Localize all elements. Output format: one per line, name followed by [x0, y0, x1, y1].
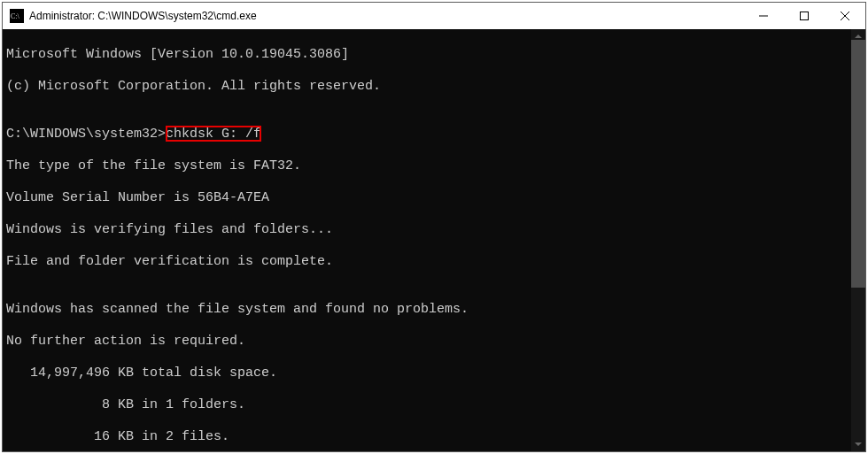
output-line: 8 KB in 1 folders. — [6, 397, 862, 413]
output-line: Microsoft Windows [Version 10.0.19045.30… — [6, 47, 862, 63]
terminal-output[interactable]: Microsoft Windows [Version 10.0.19045.30… — [3, 29, 865, 451]
cmd-window: C:\ Administrator: C:\WINDOWS\system32\c… — [2, 2, 866, 452]
output-line: 14,997,496 KB total disk space. — [6, 366, 862, 381]
output-line: Windows is verifying files and folders..… — [6, 222, 862, 238]
svg-text:C:\: C:\ — [11, 12, 20, 20]
svg-marker-7 — [855, 442, 862, 446]
output-line: (c) Microsoft Corporation. All rights re… — [6, 79, 862, 95]
svg-rect-3 — [801, 12, 809, 20]
output-line: File and folder verification is complete… — [6, 254, 862, 270]
window-title: Administrator: C:\WINDOWS\system32\cmd.e… — [29, 10, 743, 22]
close-button[interactable] — [825, 3, 865, 29]
titlebar[interactable]: C:\ Administrator: C:\WINDOWS\system32\c… — [3, 3, 865, 29]
vertical-scrollbar[interactable] — [851, 29, 865, 451]
output-line: The type of the file system is FAT32. — [6, 158, 862, 174]
prompt-line: C:\WINDOWS\system32>chkdsk G: /f — [6, 127, 862, 142]
minimize-button[interactable] — [743, 3, 784, 29]
output-line: Windows has scanned the file system and … — [6, 302, 862, 318]
scrollbar-thumb[interactable] — [851, 40, 865, 288]
cmd-icon: C:\ — [10, 9, 24, 23]
output-line: No further action is required. — [6, 334, 862, 350]
scroll-down-arrow[interactable] — [851, 437, 865, 451]
maximize-button[interactable] — [784, 3, 825, 29]
svg-marker-6 — [855, 35, 862, 38]
output-line: Volume Serial Number is 56B4-A7EA — [6, 190, 862, 206]
output-line: 16 KB in 2 files. — [6, 429, 862, 445]
window-controls — [743, 3, 865, 29]
